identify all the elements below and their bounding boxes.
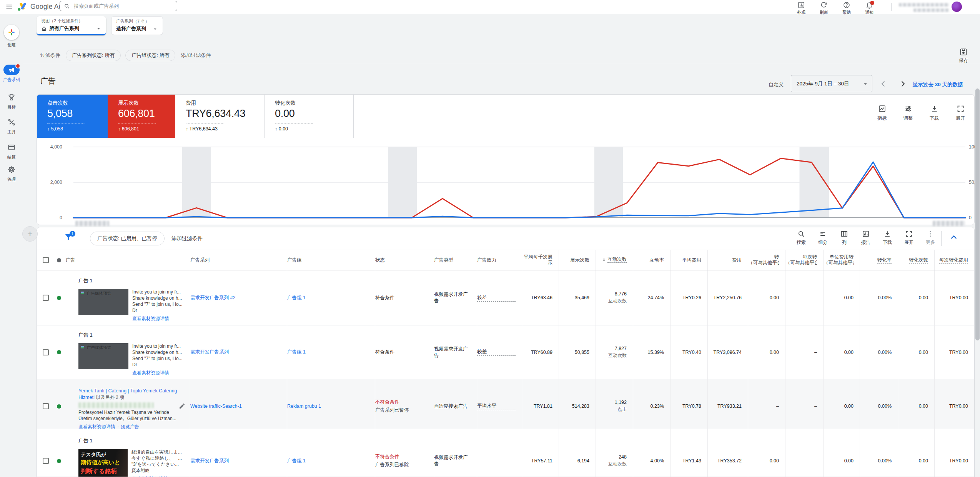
topbar-help-button[interactable]: 帮助 [840,1,854,15]
previous-period-button[interactable] [879,79,888,88]
asset-details-link[interactable]: 查看素材资源详情 [132,370,169,375]
metric-value: 50,855 [559,350,589,355]
preview-ad-link[interactable]: 预览广告 [121,424,139,429]
chart-expand-button[interactable]: 展开 [953,105,968,122]
create-button[interactable]: 创建 [0,25,23,48]
header-text: 费用 [732,257,742,263]
next-period-button[interactable] [898,79,907,88]
sidebar-item-billing[interactable]: 结算 [0,143,23,160]
collapse-chart-button[interactable] [949,232,960,244]
cell-cost-per-conv: TRY0.00 [935,458,974,464]
cell-avg-cpm: TRY60.89 [522,325,559,379]
column-header-campaign[interactable]: 广告系列 [190,250,287,270]
cell-cost-per-conv: TRY0.00 [935,404,974,409]
column-header-unit-cost-conv-cross[interactable]: 单位费用转（可与其他平台 [824,250,860,270]
table-more-button[interactable]: 更多 [922,230,939,246]
column-header-avg-cpm[interactable]: 平均每千次展示 [522,250,559,270]
column-header-ad[interactable]: 广告 [66,250,190,270]
column-header-cost-per-conv-cross[interactable]: 每次转（可与其他平台 [785,250,824,270]
row-checkbox[interactable] [43,458,49,464]
sidebar-item-label: 广告系列 [3,77,20,83]
ad-group-link[interactable]: 广告组 1 [287,349,369,355]
column-header-avg-cost[interactable]: 平均费用 [671,250,708,270]
menu-icon[interactable] [5,3,13,11]
ad-thumbnail[interactable]: 广告媒体预览 [78,289,128,315]
ad-thumbnail[interactable]: テスタ氏が期待値が高いと判断する銘柄 [78,449,128,477]
campaign-link[interactable]: Website traffic-Search-1 [190,404,281,409]
create-fab[interactable] [4,25,19,40]
ad-group-link[interactable]: 广告组 1 [287,295,369,301]
sidebar-item-campaigns[interactable]: 广告系列 [0,65,23,83]
add-table-filter-button[interactable]: 添加过滤条件 [171,235,203,242]
campaign-selector[interactable]: 广告系列（7 个） 选择广告系列 [111,16,163,35]
row-checkbox[interactable] [43,403,49,409]
table-report-button[interactable]: 报告 [857,230,874,246]
vertical-scrollbar[interactable] [975,88,980,340]
ad-status-filter-chip[interactable]: 广告状态: 已启用、已暂停 [90,232,165,245]
filter-chip[interactable]: 广告组状态: 所有 [125,50,175,61]
show-last-30-days-link[interactable]: 显示过去 30 天的数据 [913,81,963,88]
campaign-link[interactable]: 需求开发广告系列 [190,458,281,464]
campaign-link[interactable]: 需求开发广告系列 [190,349,281,355]
chart-download-button[interactable]: 下载 [927,105,942,122]
date-range-selector[interactable]: 2025年 9月 1日 – 30日 [791,75,872,92]
avatar[interactable] [952,2,962,12]
column-header-cost-per-conv[interactable]: 每次转化费用 [935,257,974,263]
global-search[interactable] [60,1,177,11]
save-button[interactable]: 保存 [954,48,973,64]
ad-title-link[interactable]: Yemek Tarifi | Catering | Toplu Yemek Ca… [78,388,177,400]
campaign-link[interactable]: 需求开发广告系列 #2 [190,295,281,301]
scorecard-转化次数[interactable]: 转化次数0.00↑ 0.00 [265,95,354,138]
add-scorecard-button[interactable]: + [22,226,38,242]
ad-status-indicator[interactable] [57,404,61,409]
column-header-cost[interactable]: 费用 [708,250,748,270]
column-header-ad-type[interactable]: 广告类型 [434,250,477,270]
chart-metrics-button[interactable]: 指标 [874,105,890,122]
filter-chip[interactable]: 广告系列状态: 所有 [66,50,121,61]
column-header-adgroup[interactable]: 广告组 [287,250,375,270]
table-expand-button[interactable]: 展开 [900,230,917,246]
add-filter-button[interactable]: 添加过滤条件 [181,52,211,59]
row-checkbox[interactable] [43,295,49,301]
topbar-refresh-button[interactable]: 刷新 [817,1,831,15]
edit-pencil-icon[interactable] [179,403,185,410]
scorecard-费用[interactable]: 费用TRY6,634.43↑ TRY6,634.43 [175,95,265,138]
chart-adjust-button[interactable]: 调整 [900,105,916,122]
view-selector[interactable]: 视图（2 个过滤条件） 所有广告系列 [37,16,106,35]
row-checkbox[interactable] [43,349,49,355]
search-input[interactable] [73,3,173,9]
table-segment-button[interactable]: 细分 [814,230,831,246]
asset-details-link[interactable]: 查看素材资源详情 [132,316,169,321]
cell-unit-cost-conv-cross: 0.00 [824,379,860,433]
sidebar-item-goals[interactable]: 目标 [0,93,23,110]
table-columns-button[interactable]: 列 [836,230,853,246]
ad-group-link[interactable]: 广告组 1 [287,458,369,464]
ad-status-indicator[interactable] [57,350,61,354]
metric-value: 0.23% [633,404,664,409]
asset-details-link[interactable]: 查看素材资源详情 [78,424,115,429]
ad-thumbnail[interactable]: 广告媒体预览 [78,343,128,369]
filter-bar-label: 过滤条件 [40,52,60,59]
ad-group-link[interactable]: Reklam grubu 1 [287,404,369,409]
column-header-impressions[interactable]: 展示次数 [559,250,596,270]
column-header-conv-cross[interactable]: 转（可与其他平台 [748,250,785,270]
topbar-appearance-button[interactable]: 外观 [794,1,808,15]
scorecard-展示次数[interactable]: 展示次数606,801↑ 606,801 [108,95,175,138]
column-header-conv-rate[interactable]: 转化率 [860,250,898,270]
topbar-notifications-button[interactable]: 通知 [862,1,876,15]
account-info[interactable] [897,2,949,12]
column-header-interactions[interactable]: 互动次数 [596,250,633,270]
ad-status-indicator[interactable] [57,459,61,463]
select-all-checkbox[interactable] [43,257,49,263]
column-header-status[interactable]: 状态 [375,250,434,270]
table-search-button[interactable]: 搜索 [793,230,810,246]
table-download-button[interactable]: 下载 [879,230,896,246]
sidebar-item-admin[interactable]: 管理 [0,165,23,182]
scorecard-点击次数[interactable]: 点击次数5,058↑ 5,058 [37,95,108,138]
column-header-conversions[interactable]: 转化次数 [898,250,935,270]
column-header-interaction-rate[interactable]: 互动率 [633,250,671,270]
filter-funnel-button[interactable]: 1 [64,232,74,244]
ad-status-indicator[interactable] [57,296,61,300]
column-header-ad-strength[interactable]: 广告效力 [477,250,522,270]
sidebar-item-tools[interactable]: 工具 [0,118,23,135]
